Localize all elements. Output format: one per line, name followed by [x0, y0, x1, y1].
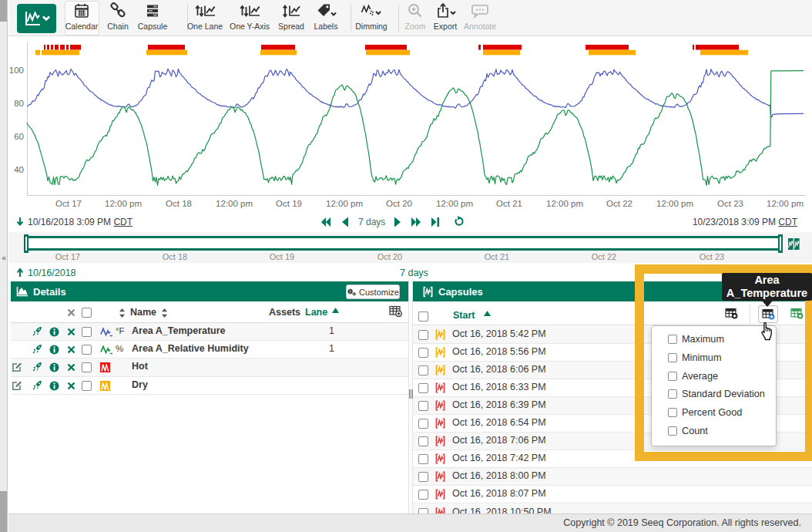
svg-text:12:00 pm: 12:00 pm — [546, 199, 583, 208]
svg-text:12:00 pm: 12:00 pm — [326, 199, 363, 208]
svg-text:100: 100 — [9, 66, 24, 75]
svg-text:80: 80 — [14, 99, 24, 108]
svg-text:Oct 18: Oct 18 — [166, 199, 192, 208]
svg-text:60: 60 — [14, 132, 24, 141]
svg-text:12:00 pm: 12:00 pm — [767, 199, 804, 208]
svg-text:Oct 20: Oct 20 — [386, 199, 412, 208]
svg-text:Oct 19: Oct 19 — [276, 199, 302, 208]
svg-text:12:00 pm: 12:00 pm — [436, 199, 473, 208]
svg-text:40: 40 — [14, 165, 24, 174]
svg-text:12:00 pm: 12:00 pm — [656, 199, 693, 208]
svg-text:12:00 pm: 12:00 pm — [216, 199, 253, 208]
svg-text:Oct 17: Oct 17 — [55, 199, 82, 208]
svg-text:Oct 21: Oct 21 — [496, 199, 522, 208]
svg-text:12:00 pm: 12:00 pm — [105, 199, 142, 208]
svg-text:Oct 22: Oct 22 — [606, 199, 632, 208]
svg-text:Oct 23: Oct 23 — [717, 199, 743, 208]
